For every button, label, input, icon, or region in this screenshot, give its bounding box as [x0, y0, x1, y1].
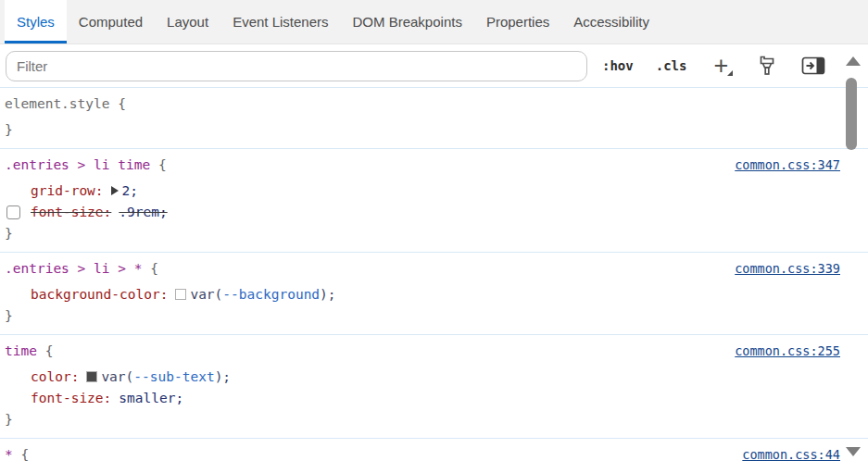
rule-entries-li-time: common.css:347 .entries > li time { grid… [0, 149, 868, 253]
var-function-open: var( [190, 287, 222, 302]
selector-line: common.css:255 time { [5, 341, 840, 362]
rule-selector[interactable]: time [5, 343, 37, 358]
open-brace: { [158, 157, 167, 172]
property-value[interactable]: .9rem; [119, 205, 167, 219]
property-name[interactable]: font-size: [31, 391, 111, 405]
property-name[interactable]: grid-row: [31, 183, 104, 198]
rule-selector[interactable]: element.style [5, 96, 110, 111]
var-function-close: ); [215, 369, 231, 384]
paint-brush-button[interactable] [755, 54, 779, 78]
property-font-size-disabled: font-size:.9rem; [5, 202, 840, 223]
property-name[interactable]: font-size: [31, 205, 111, 219]
scroll-up-arrow-icon[interactable] [846, 56, 861, 66]
styles-toolbar: :hov .cls + [0, 44, 868, 88]
toggle-element-state-button[interactable]: :hov [602, 58, 634, 73]
source-link[interactable]: common.css:347 [735, 155, 840, 176]
rule-selector[interactable]: * [5, 447, 13, 462]
scroll-down-arrow-icon[interactable] [846, 447, 861, 456]
source-link[interactable]: common.css:339 [735, 258, 840, 280]
property-name[interactable]: background-color: [31, 287, 168, 302]
new-style-rule-button[interactable]: + [709, 54, 733, 78]
property-background-color: background-color:var(--background); [5, 284, 840, 305]
tab-properties[interactable]: Properties [474, 0, 561, 44]
open-sidebar-button[interactable] [801, 54, 825, 78]
filter-input[interactable] [6, 51, 587, 81]
selector-line: common.css:347 .entries > li time { [5, 155, 840, 176]
rule-time: common.css:255 time { color:var(--sub-te… [0, 335, 868, 439]
tab-dom-breakpoints[interactable]: DOM Breakpoints [341, 0, 474, 44]
close-brace-line[interactable]: } [5, 119, 840, 141]
rule-entries-li-star: common.css:339 .entries > li > * { backg… [0, 253, 868, 335]
property-toggle-checkbox[interactable] [6, 205, 20, 219]
open-brace: { [150, 261, 158, 276]
tab-accessibility[interactable]: Accessibility [561, 0, 661, 44]
rule-selector[interactable]: .entries > li time [5, 157, 150, 172]
vertical-scrollbar [841, 48, 865, 473]
var-function-open: var( [101, 369, 133, 384]
tab-event-listeners[interactable]: Event Listeners [220, 0, 340, 44]
close-brace: } [5, 122, 13, 137]
color-swatch[interactable] [86, 371, 97, 382]
plus-icon: + [714, 56, 729, 76]
styles-pane: element.style { } common.css:347 .entrie… [0, 88, 868, 473]
var-function-close: ); [320, 287, 335, 302]
element-classes-button[interactable]: .cls [656, 58, 687, 73]
tab-styles[interactable]: Styles [5, 0, 67, 44]
close-brace-line[interactable]: } [5, 223, 840, 244]
dropdown-corner-icon [727, 70, 733, 76]
expand-shorthand-icon[interactable] [111, 186, 119, 195]
property-value[interactable]: smaller; [119, 391, 183, 405]
open-brace: { [45, 343, 54, 358]
tab-layout[interactable]: Layout [155, 0, 220, 44]
close-brace-line[interactable]: } [5, 305, 840, 327]
scrollbar-thumb[interactable] [846, 78, 857, 150]
close-brace-line[interactable]: } [5, 409, 840, 430]
paint-brush-icon [757, 55, 777, 77]
css-variable-link[interactable]: --sub-text [133, 369, 214, 384]
color-swatch[interactable] [175, 289, 186, 300]
property-color: color:var(--sub-text); [5, 367, 840, 388]
css-variable-link[interactable]: --background [222, 287, 320, 302]
disabled-property: font-size:.9rem; [31, 205, 168, 219]
rule-selector[interactable]: .entries > li > * [5, 261, 142, 276]
devtools-tabbar: Styles Computed Layout Event Listeners D… [0, 0, 868, 44]
source-link[interactable]: common.css:44 [742, 444, 840, 466]
property-grid-row: grid-row:2; [5, 180, 840, 202]
rule-element-style: element.style { } [0, 88, 868, 149]
tab-computed[interactable]: Computed [67, 0, 155, 44]
close-brace: } [5, 226, 13, 241]
close-brace: } [5, 412, 13, 427]
open-panel-arrow-icon [801, 56, 825, 76]
rule-universal: common.css:44 * { box-sizing:border-box; [0, 439, 868, 473]
open-brace: { [118, 96, 126, 111]
close-brace: } [5, 308, 13, 323]
selector-line: common.css:339 .entries > li > * { [5, 258, 840, 280]
property-name[interactable]: color: [31, 369, 79, 384]
property-value[interactable]: 2; [122, 183, 138, 198]
source-link[interactable]: common.css:255 [735, 341, 840, 362]
open-brace: { [20, 447, 29, 462]
selector-line: common.css:44 * { [5, 444, 840, 466]
property-font-size: font-size:smaller; [5, 388, 840, 409]
selector-line: element.style { [5, 93, 840, 115]
toolbar-buttons: :hov .cls + [602, 54, 825, 78]
